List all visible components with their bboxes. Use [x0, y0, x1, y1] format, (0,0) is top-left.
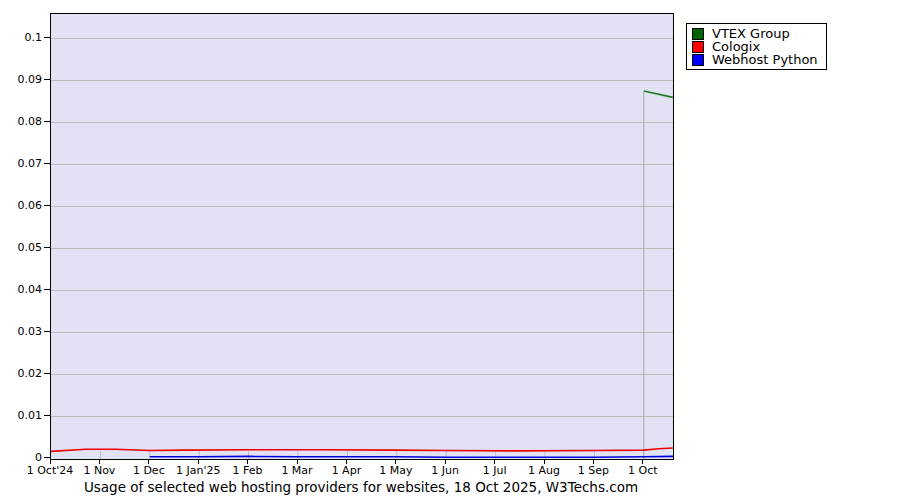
legend: VTEX GroupCologixWebhost Python [686, 23, 827, 70]
y-axis-tick [44, 163, 50, 164]
y-axis-tick [44, 373, 50, 374]
y-axis-tick-label: 0.03 [0, 325, 42, 339]
series-line-webhost-python [150, 456, 673, 457]
y-axis-tick-label: 0.04 [0, 283, 42, 297]
y-axis-tick-label: 0 [0, 451, 42, 465]
chart-plot-area [50, 13, 674, 460]
chart-title: Usage of selected web hosting providers … [50, 479, 672, 495]
y-axis-tick [44, 37, 50, 38]
y-axis-tick-label: 0.09 [0, 73, 42, 87]
y-axis-tick-label: 0.07 [0, 157, 42, 171]
legend-swatch-icon [692, 28, 704, 40]
y-axis-tick-label: 0.1 [0, 31, 42, 45]
legend-item-webhost-python: Webhost Python [692, 53, 818, 66]
y-axis-tick [44, 289, 50, 290]
y-axis-tick [44, 457, 50, 458]
y-axis-tick [44, 247, 50, 248]
y-axis-tick-label: 0.06 [0, 199, 42, 213]
chart-canvas [51, 14, 673, 459]
y-axis-tick [44, 331, 50, 332]
y-axis-tick [44, 79, 50, 80]
y-axis-tick-label: 0.02 [0, 367, 42, 381]
legend-swatch-icon [692, 41, 704, 53]
legend-label: Webhost Python [712, 53, 818, 66]
y-axis-tick-label: 0.01 [0, 409, 42, 423]
x-axis-tick-label: 1 Oct [608, 464, 678, 477]
y-axis-tick-label: 0.08 [0, 115, 42, 129]
w3techs-chart: 00.010.020.030.040.050.060.070.080.090.1… [0, 0, 900, 500]
y-axis-tick [44, 415, 50, 416]
y-axis-tick [44, 121, 50, 122]
series-line-vtex-group [644, 91, 673, 97]
y-axis-tick [44, 205, 50, 206]
series-line-cologix [51, 448, 673, 451]
legend-swatch-icon [692, 54, 704, 66]
y-axis-tick-label: 0.05 [0, 241, 42, 255]
